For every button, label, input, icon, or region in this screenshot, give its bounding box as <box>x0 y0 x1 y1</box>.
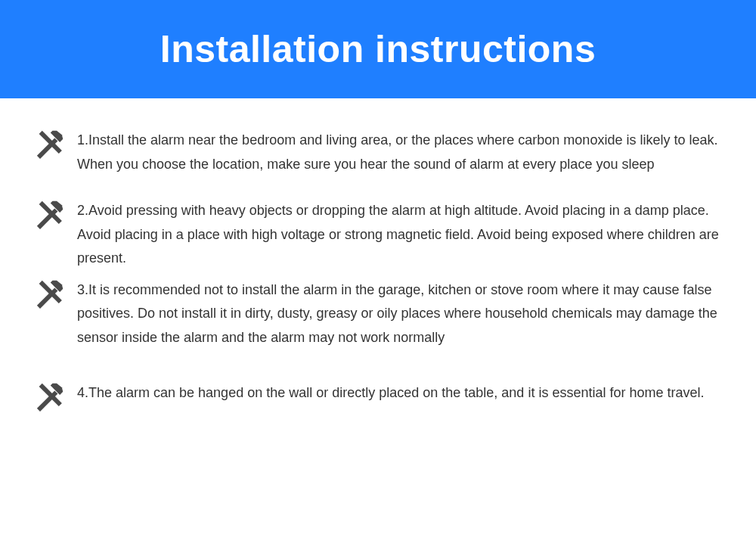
instruction-text-3: 3.It is recommended not to install the a… <box>77 277 726 350</box>
content-area: 1.Install the alarm near the bedroom and… <box>0 98 756 416</box>
instruction-text-1: 1.Install the alarm near the bedroom and… <box>77 127 726 176</box>
hammer-icon <box>30 380 67 416</box>
instruction-item-3: 3.It is recommended not to install the a… <box>30 277 726 350</box>
hammer-icon <box>30 127 67 163</box>
title-banner: Installation instructions <box>0 0 756 98</box>
instruction-item-4: 4.The alarm can be hanged on the wall or… <box>30 380 726 416</box>
hammer-icon <box>30 277 67 313</box>
page-title: Installation instructions <box>160 27 596 71</box>
hammer-icon <box>30 197 67 234</box>
instruction-item-2: 2.Avoid pressing with heavy objects or d… <box>30 197 726 271</box>
instruction-text-2: 2.Avoid pressing with heavy objects or d… <box>77 197 726 271</box>
instruction-text-4: 4.The alarm can be hanged on the wall or… <box>77 380 726 406</box>
instruction-item-1: 1.Install the alarm near the bedroom and… <box>30 127 726 176</box>
